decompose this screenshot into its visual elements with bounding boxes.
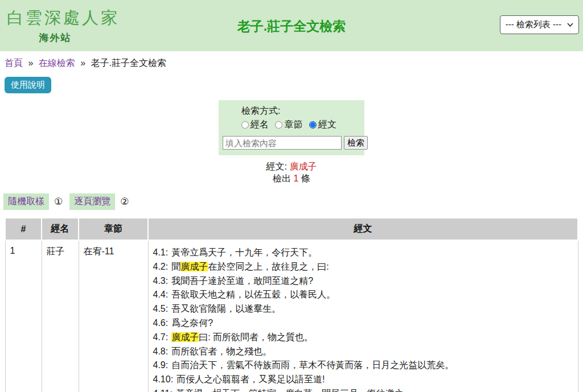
verse-text: 爲之奈何? <box>171 318 213 328</box>
search-panel: 檢索方式: 經名 章節 經文 檢索 <box>219 100 364 155</box>
search-list-dropdown[interactable]: --- 檢索列表 --- <box>500 15 579 34</box>
note-number-1: ① <box>54 196 63 208</box>
breadcrumb-separator: » <box>80 58 85 68</box>
breadcrumb-current: 老子.莊子全文檢索 <box>91 58 166 68</box>
verse-number: 4.2: <box>153 262 169 271</box>
verse-number: 4.1: <box>153 247 169 257</box>
random-sample-button[interactable]: 隨機取樣 <box>3 193 49 210</box>
radio-icon[interactable] <box>241 121 249 129</box>
column-header-chapter: 章節 <box>79 218 148 240</box>
chapter-cell: 在宥-11 <box>79 240 148 392</box>
site-logo-title: 白雲深處人家 <box>7 7 104 30</box>
verse-line: 4.9:自而治天下，雲氣不待族而雨，草木不待黃而落，日月之光益以荒矣。 <box>153 358 573 373</box>
verse-text: 而所欲官者，物之殘也。 <box>171 346 272 356</box>
row-index-cell: 1 <box>5 240 42 392</box>
query-type-label: 經文: <box>266 162 287 171</box>
result-summary: 經文: 廣成子 檢出 1 條 <box>0 160 583 184</box>
verse-cell: 4.1:黃帝立爲天子，十九年，令行天下。4.2:聞廣成子在於空同之上，故往見之，… <box>148 240 578 392</box>
breadcrumb-home-link[interactable]: 首頁 <box>5 58 23 68</box>
verse-line: 4.2:聞廣成子在於空同之上，故往見之，曰: <box>153 260 573 274</box>
result-count-prefix: 檢出 <box>273 174 291 183</box>
verse-number: 4.9: <box>153 360 169 370</box>
chevron-down-icon <box>567 23 573 27</box>
verse-text: 我聞吾子達於至道，敢問至道之精? <box>171 276 313 286</box>
book-cell: 莊子 <box>42 240 79 392</box>
result-count-suffix: 條 <box>301 174 310 183</box>
verse-text: 黃帝退，捐天下，築特室，席白茅，閒居三月，復往邀之。 <box>176 389 413 392</box>
verse-text: 吾又欲官陰陽，以遂羣生。 <box>171 304 281 313</box>
query-term: 廣成子 <box>289 162 317 171</box>
verse-line: 4.3:我聞吾子達於至道，敢問至道之精? <box>153 274 573 288</box>
result-count: 1 <box>294 174 299 183</box>
verse-number: 4.6: <box>153 318 169 328</box>
site-logo-subtitle: 海外站 <box>7 31 104 44</box>
radio-label: 經文 <box>318 119 336 129</box>
search-list-dropdown-label: --- 檢索列表 --- <box>506 19 561 30</box>
column-header-index: # <box>5 218 42 240</box>
radio-label: 章節 <box>284 119 302 129</box>
verse-text: 自而治天下，雲氣不待族而雨，草木不待黃而落，日月之光益以荒矣。 <box>171 360 454 370</box>
verse-number: 4.4: <box>153 290 169 299</box>
search-mode-label: 檢索方式: <box>241 105 342 117</box>
verse-number: 4.7: <box>153 332 169 342</box>
verse-line: 4.8:而所欲官者，物之殘也。 <box>153 345 573 359</box>
verse-line: 4.10:而佞人之心翦翦者，又奚足以語至道! <box>153 373 573 387</box>
search-mode-options: 經名 章節 經文 <box>241 119 340 129</box>
action-row: 隨機取樣 ① 逐頁瀏覽 ② <box>3 193 583 210</box>
verse-line: 4.5:吾又欲官陰陽，以遂羣生。 <box>153 302 573 316</box>
radio-icon-selected[interactable] <box>309 121 317 129</box>
verse-line: 4.6:爲之奈何? <box>153 316 573 331</box>
verse-number: 4.10: <box>153 374 174 384</box>
verse-line: 4.4:吾欲取天地之精，以佐五穀，以養民人。 <box>153 288 573 302</box>
page-title: 老子.莊子全文檢索 <box>237 18 346 35</box>
results-header-row: # 經名 章節 經文 <box>5 218 578 240</box>
verse-text: 在於空同之上，故往見之，曰: <box>208 262 329 271</box>
radio-icon[interactable] <box>275 121 282 129</box>
breadcrumb-online-search-link[interactable]: 在線檢索 <box>39 58 75 68</box>
verse-line: 4.11:黃帝退，捐天下，築特室，席白茅，閒居三月，復往邀之。 <box>153 387 573 392</box>
highlighted-term: 廣成子 <box>171 332 199 342</box>
verse-number: 4.3: <box>153 276 169 286</box>
site-logo[interactable]: 白雲深處人家 海外站 <box>7 7 104 44</box>
verse-line: 4.1:黃帝立爲天子，十九年，令行天下。 <box>153 246 573 260</box>
radio-option-chapter[interactable]: 章節 <box>275 119 302 129</box>
radio-option-book[interactable]: 經名 <box>241 119 269 129</box>
page-header: 白雲深處人家 海外站 老子.莊子全文檢索 --- 檢索列表 --- <box>0 0 583 51</box>
note-number-2: ② <box>120 196 129 208</box>
highlighted-term: 廣成子 <box>180 262 208 271</box>
breadcrumb-separator: » <box>28 58 33 68</box>
verse-number: 4.5: <box>153 304 169 313</box>
table-row: 1 莊子 在宥-11 4.1:黃帝立爲天子，十九年，令行天下。4.2:聞廣成子在… <box>5 240 578 392</box>
verse-text: 吾欲取天地之精，以佐五穀，以養民人。 <box>171 290 335 299</box>
verse-text: 聞 <box>171 262 180 271</box>
column-header-text: 經文 <box>148 218 578 240</box>
radio-label: 經名 <box>251 119 269 129</box>
radio-option-text[interactable]: 經文 <box>309 119 336 129</box>
help-button[interactable]: 使用說明 <box>5 77 51 93</box>
results-table: # 經名 章節 經文 1 莊子 在宥-11 4.1:黃帝立爲天子，十九年，令行天… <box>5 217 578 392</box>
search-button[interactable]: 檢索 <box>344 136 368 150</box>
verse-text: 曰: 而所欲問者，物之質也。 <box>199 332 313 342</box>
verse-text: 黃帝立爲天子，十九年，令行天下。 <box>171 247 317 257</box>
column-header-book: 經名 <box>42 218 79 240</box>
search-input[interactable] <box>223 136 342 150</box>
verse-number: 4.8: <box>153 346 169 356</box>
verse-text: 而佞人之心翦翦者，又奚足以語至道! <box>176 374 325 384</box>
breadcrumb: 首頁 » 在線檢索 » 老子.莊子全文檢索 <box>0 51 583 69</box>
page-browse-button[interactable]: 逐頁瀏覽 <box>69 193 115 210</box>
verse-number: 4.11: <box>153 389 173 392</box>
verse-line: 4.7:廣成子曰: 而所欲問者，物之質也。 <box>153 331 573 345</box>
